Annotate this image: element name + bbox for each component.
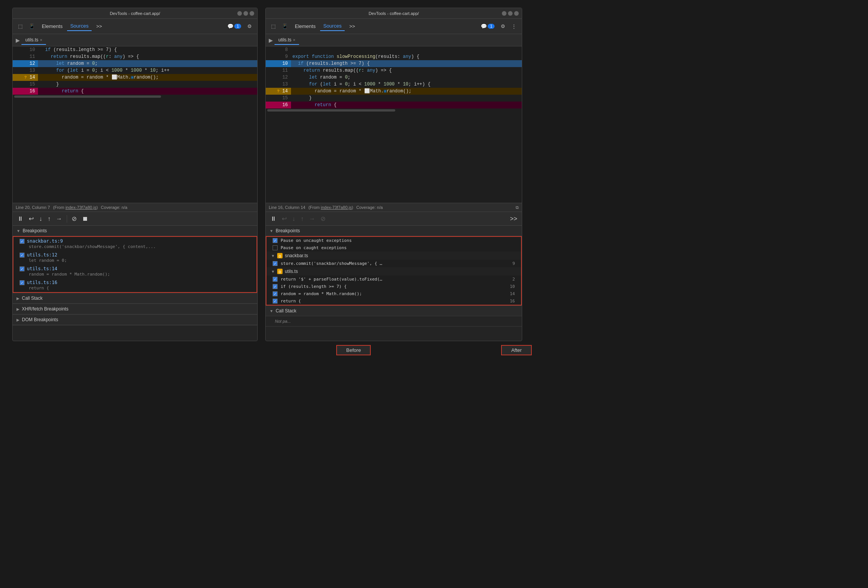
utils-file-tab[interactable]: utils.ts × bbox=[21, 36, 46, 45]
bp-code-utils16: return { bbox=[20, 286, 250, 291]
async-button[interactable]: ⏹ bbox=[81, 215, 90, 223]
utils-bp-line-14: 14 bbox=[507, 291, 515, 296]
right-status-file-link[interactable]: index-73f7a80.js bbox=[321, 205, 352, 210]
utils-bp-row-2[interactable]: ✓ return '$' + parseFloat(value).toFixed… bbox=[266, 276, 521, 283]
step-out-button[interactable]: ↑ bbox=[46, 215, 52, 223]
pause-uncaught-row[interactable]: ✓ Pause on uncaught exceptions bbox=[266, 237, 521, 244]
right-sidebar-toggle[interactable]: ▶ bbox=[267, 36, 275, 45]
pause-caught-label: Pause on caught exceptions bbox=[281, 245, 347, 250]
right-code-line-13: 13 for (let i = 0; i < 1000 * 1000 * 10;… bbox=[266, 81, 522, 88]
breakpoint-item-utils16[interactable]: ✓ utils.ts:16 return { bbox=[13, 278, 256, 292]
right-minimize-button[interactable] bbox=[502, 11, 506, 16]
pause-uncaught-label: Pause on uncaught exceptions bbox=[281, 238, 352, 243]
pause-uncaught-checkbox[interactable]: ✓ bbox=[273, 238, 278, 243]
step-button[interactable]: → bbox=[54, 215, 64, 223]
left-code-area[interactable]: 10 if (results.length >= 7) { 11 return … bbox=[13, 46, 257, 203]
right-cursor-tool[interactable]: ⬚ bbox=[269, 22, 278, 31]
bp-checkbox-utils16[interactable]: ✓ bbox=[20, 280, 25, 285]
bp-label-utils14: utils.ts:14 bbox=[27, 266, 57, 271]
status-file-link[interactable]: index-73f7a80.js bbox=[66, 205, 97, 210]
close-button[interactable] bbox=[250, 11, 254, 16]
right-step-button[interactable]: → bbox=[307, 215, 317, 223]
more-tabs[interactable]: >> bbox=[93, 22, 105, 31]
breakpoint-item-utils12[interactable]: ✓ utils.ts:12 let random = 0; bbox=[13, 251, 256, 264]
breakpoint-item-snackbar[interactable]: ✓ snackbar.ts:9 store.commit('snackbar/s… bbox=[13, 237, 256, 251]
right-elements-tab[interactable]: Elements bbox=[292, 22, 319, 31]
pause-caught-checkbox[interactable] bbox=[273, 245, 278, 250]
right-settings-button[interactable]: ⚙ bbox=[498, 22, 508, 31]
file-tab-name: utils.ts bbox=[25, 37, 38, 43]
right-more-debug-button[interactable]: >> bbox=[508, 215, 519, 223]
breakpoints-header[interactable]: ▼ Breakpoints bbox=[13, 226, 257, 236]
right-deactivate-button[interactable]: ⊘ bbox=[319, 214, 327, 223]
right-code-area[interactable]: 8 9 export function slowProcessing(resul… bbox=[266, 46, 522, 203]
utils-bp-row-14[interactable]: ✓ random = random * Math.random(); 14 bbox=[266, 290, 521, 297]
right-call-stack-header[interactable]: ▼ Call Stack bbox=[266, 306, 522, 316]
right-code-table: 8 9 export function slowProcessing(resul… bbox=[266, 46, 522, 108]
settings-button[interactable]: ⚙ bbox=[245, 22, 254, 31]
right-more-tabs[interactable]: >> bbox=[346, 22, 358, 31]
right-utils-file-tab[interactable]: utils.ts × bbox=[275, 36, 299, 45]
pause-button[interactable]: ⏸ bbox=[16, 215, 25, 223]
right-step-out-button[interactable]: ↑ bbox=[299, 215, 305, 223]
call-stack-header[interactable]: ▶ Call Stack bbox=[13, 293, 257, 304]
horizontal-scrollbar[interactable] bbox=[14, 95, 161, 98]
right-step-over-button[interactable]: ↩ bbox=[280, 214, 288, 223]
xhr-title: XHR/fetch Breakpoints bbox=[22, 306, 68, 312]
right-badge: 1 bbox=[488, 24, 495, 29]
bp-checkbox-snackbar[interactable]: ✓ bbox=[20, 239, 25, 244]
bp-label-snackbar: snackbar.ts:9 bbox=[27, 238, 63, 244]
xhr-header[interactable]: ▶ XHR/fetch Breakpoints bbox=[13, 304, 257, 314]
utils-bp-checkbox-2[interactable]: ✓ bbox=[273, 277, 278, 282]
elements-tab[interactable]: Elements bbox=[39, 22, 66, 31]
pause-caught-row[interactable]: Pause on caught exceptions bbox=[266, 244, 521, 251]
utils-file-group[interactable]: ▼ {} utils.ts bbox=[266, 267, 521, 276]
utils-bp-checkbox-16[interactable]: ✓ bbox=[273, 299, 278, 304]
right-close-button[interactable] bbox=[514, 11, 519, 16]
left-status-bar: Line 20, Column 7 (From index-73f7a80.js… bbox=[13, 203, 257, 212]
step-over-button[interactable]: ↩ bbox=[27, 214, 35, 223]
utils-bp-checkbox-14[interactable]: ✓ bbox=[273, 291, 278, 296]
right-breakpoints-content: ✓ Pause on uncaught exceptions Pause on … bbox=[266, 236, 522, 305]
maximize-button[interactable] bbox=[243, 11, 248, 16]
right-more-button[interactable]: ⋮ bbox=[509, 22, 519, 31]
snackbar-file-group[interactable]: ▼ {} snackbar.ts bbox=[266, 251, 521, 260]
dom-chevron: ▶ bbox=[16, 318, 20, 322]
right-horizontal-scrollbar[interactable] bbox=[267, 109, 395, 112]
code-line-10: 10 if (results.length >= 7) { bbox=[13, 46, 257, 53]
cursor-tool-button[interactable]: ⬚ bbox=[16, 22, 25, 31]
utils-bp-row-10[interactable]: ✓ if (results.length >= 7) { 10 bbox=[266, 283, 521, 290]
breakpoints-chevron: ▼ bbox=[16, 229, 20, 233]
not-paused-container: Not pa... bbox=[266, 316, 522, 326]
right-maximize-button[interactable] bbox=[508, 11, 513, 16]
file-tab-close[interactable]: × bbox=[40, 38, 42, 42]
status-icon[interactable]: ⧉ bbox=[516, 205, 519, 210]
breakpoint-item-utils14[interactable]: ✓ utils.ts:14 random = random * Math.ran… bbox=[13, 264, 256, 278]
sources-tab[interactable]: Sources bbox=[67, 21, 92, 31]
right-sources-tab[interactable]: Sources bbox=[320, 21, 345, 31]
snackbar-filename: snackbar.ts bbox=[285, 253, 308, 258]
device-tool-button[interactable]: 📱 bbox=[26, 22, 37, 31]
right-breakpoints-header[interactable]: ▼ Breakpoints bbox=[266, 226, 522, 236]
right-device-tool[interactable]: 📱 bbox=[279, 22, 290, 31]
snackbar-bp-checkbox[interactable]: ✓ bbox=[273, 261, 278, 266]
sidebar-toggle-button[interactable]: ▶ bbox=[14, 36, 21, 45]
dom-header[interactable]: ▶ DOM Breakpoints bbox=[13, 315, 257, 325]
left-title-bar: DevTools - coffee-cart.app/ bbox=[13, 8, 257, 19]
snackbar-bp-row[interactable]: ✓ store.commit('snackbar/showMessage', {… bbox=[266, 260, 521, 267]
bp-checkbox-utils12[interactable]: ✓ bbox=[20, 253, 25, 258]
left-bottom-panels: ▼ Breakpoints ✓ snackbar.ts:9 store.comm… bbox=[13, 226, 257, 341]
deactivate-button[interactable]: ⊘ bbox=[70, 214, 78, 223]
bp-checkbox-utils14[interactable]: ✓ bbox=[20, 266, 25, 271]
right-title-text: DevTools - coffee-cart.app/ bbox=[368, 11, 419, 16]
utils-bp-row-16[interactable]: ✓ return { 16 bbox=[266, 297, 521, 305]
code-line-16: 16 return { bbox=[13, 88, 257, 95]
right-console-button[interactable]: 💬 1 bbox=[478, 22, 497, 31]
step-into-button[interactable]: ↓ bbox=[38, 215, 44, 223]
right-pause-button[interactable]: ⏸ bbox=[269, 215, 278, 223]
utils-bp-checkbox-10[interactable]: ✓ bbox=[273, 284, 278, 289]
minimize-button[interactable] bbox=[237, 11, 242, 16]
console-button[interactable]: 💬 1 bbox=[225, 22, 243, 31]
right-file-tab-close[interactable]: × bbox=[293, 38, 295, 42]
right-step-into-button[interactable]: ↓ bbox=[291, 215, 297, 223]
